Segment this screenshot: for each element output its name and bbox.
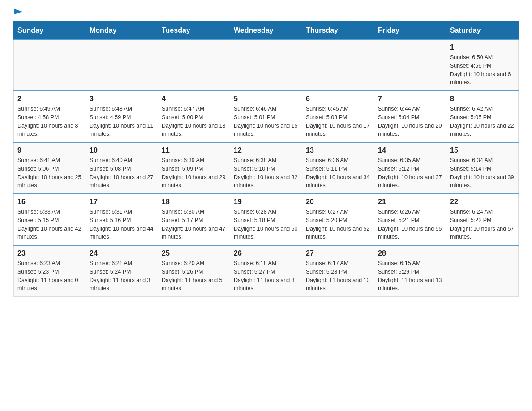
- day-info: Sunrise: 6:20 AMSunset: 5:26 PMDaylight:…: [162, 259, 226, 293]
- day-number: 9: [17, 146, 82, 154]
- calendar-body: 1Sunrise: 6:50 AMSunset: 4:56 PMDaylight…: [14, 39, 519, 297]
- calendar-cell: [14, 39, 86, 91]
- calendar-cell: 11Sunrise: 6:39 AMSunset: 5:09 PMDayligh…: [158, 142, 230, 194]
- calendar-cell: 9Sunrise: 6:41 AMSunset: 5:06 PMDaylight…: [14, 142, 86, 194]
- calendar-cell: 5Sunrise: 6:46 AMSunset: 5:01 PMDaylight…: [230, 91, 302, 142]
- calendar-header: SundayMondayTuesdayWednesdayThursdayFrid…: [14, 22, 519, 40]
- day-number: 11: [162, 146, 226, 154]
- logo-flag-icon: [14, 9, 22, 17]
- day-info: Sunrise: 6:47 AMSunset: 5:00 PMDaylight:…: [162, 105, 226, 138]
- calendar-cell: 18Sunrise: 6:30 AMSunset: 5:17 PMDayligh…: [158, 194, 230, 245]
- calendar-cell: 14Sunrise: 6:35 AMSunset: 5:12 PMDayligh…: [374, 142, 446, 194]
- calendar-cell: 15Sunrise: 6:34 AMSunset: 5:14 PMDayligh…: [446, 142, 519, 194]
- calendar-cell: [302, 39, 374, 91]
- calendar-cell: 20Sunrise: 6:27 AMSunset: 5:20 PMDayligh…: [302, 194, 374, 245]
- calendar-cell: 10Sunrise: 6:40 AMSunset: 5:08 PMDayligh…: [86, 142, 158, 194]
- calendar-cell: 4Sunrise: 6:47 AMSunset: 5:00 PMDaylight…: [158, 91, 230, 142]
- day-info: Sunrise: 6:38 AMSunset: 5:10 PMDaylight:…: [234, 156, 298, 190]
- day-info: Sunrise: 6:39 AMSunset: 5:09 PMDaylight:…: [162, 156, 226, 190]
- calendar-cell: [86, 39, 158, 91]
- calendar-cell: [446, 245, 519, 297]
- day-number: 22: [450, 198, 515, 206]
- day-number: 17: [90, 198, 154, 206]
- day-number: 19: [234, 198, 298, 206]
- calendar-cell: 28Sunrise: 6:15 AMSunset: 5:29 PMDayligh…: [374, 245, 446, 297]
- day-number: 5: [234, 95, 298, 103]
- weekday-header-thursday: Thursday: [302, 22, 374, 40]
- day-number: 14: [378, 146, 442, 154]
- day-number: 27: [306, 249, 370, 257]
- calendar-cell: 7Sunrise: 6:44 AMSunset: 5:04 PMDaylight…: [374, 91, 446, 142]
- day-number: 10: [90, 146, 154, 154]
- day-info: Sunrise: 6:33 AMSunset: 5:15 PMDaylight:…: [17, 208, 82, 241]
- day-info: Sunrise: 6:36 AMSunset: 5:11 PMDaylight:…: [306, 156, 370, 190]
- day-info: Sunrise: 6:26 AMSunset: 5:21 PMDaylight:…: [378, 208, 442, 241]
- calendar-cell: 12Sunrise: 6:38 AMSunset: 5:10 PMDayligh…: [230, 142, 302, 194]
- calendar-cell: 3Sunrise: 6:48 AMSunset: 4:59 PMDaylight…: [86, 91, 158, 142]
- logo: [13, 9, 22, 17]
- day-info: Sunrise: 6:46 AMSunset: 5:01 PMDaylight:…: [234, 105, 298, 138]
- day-info: Sunrise: 6:41 AMSunset: 5:06 PMDaylight:…: [17, 156, 82, 190]
- day-info: Sunrise: 6:44 AMSunset: 5:04 PMDaylight:…: [378, 105, 442, 138]
- day-number: 21: [378, 198, 442, 206]
- day-number: 2: [17, 95, 82, 103]
- day-number: 7: [378, 95, 442, 103]
- day-info: Sunrise: 6:49 AMSunset: 4:58 PMDaylight:…: [17, 105, 82, 138]
- page-header: [13, 9, 519, 17]
- calendar-cell: 27Sunrise: 6:17 AMSunset: 5:28 PMDayligh…: [302, 245, 374, 297]
- day-info: Sunrise: 6:18 AMSunset: 5:27 PMDaylight:…: [234, 259, 298, 293]
- day-number: 6: [306, 95, 370, 103]
- calendar-week-row: 23Sunrise: 6:23 AMSunset: 5:23 PMDayligh…: [14, 245, 519, 297]
- day-number: 3: [90, 95, 154, 103]
- svg-marker-0: [14, 9, 22, 14]
- calendar-week-row: 1Sunrise: 6:50 AMSunset: 4:56 PMDaylight…: [14, 39, 519, 91]
- day-info: Sunrise: 6:31 AMSunset: 5:16 PMDaylight:…: [90, 208, 154, 241]
- day-number: 26: [234, 249, 298, 257]
- day-number: 28: [378, 249, 442, 257]
- day-number: 4: [162, 95, 226, 103]
- day-info: Sunrise: 6:23 AMSunset: 5:23 PMDaylight:…: [17, 259, 82, 293]
- calendar-cell: 17Sunrise: 6:31 AMSunset: 5:16 PMDayligh…: [86, 194, 158, 245]
- weekday-header-sunday: Sunday: [14, 22, 86, 40]
- day-info: Sunrise: 6:42 AMSunset: 5:05 PMDaylight:…: [450, 105, 515, 138]
- calendar-cell: 2Sunrise: 6:49 AMSunset: 4:58 PMDaylight…: [14, 91, 86, 142]
- day-info: Sunrise: 6:15 AMSunset: 5:29 PMDaylight:…: [378, 259, 442, 293]
- weekday-header-friday: Friday: [374, 22, 446, 40]
- calendar-cell: [158, 39, 230, 91]
- calendar-cell: 13Sunrise: 6:36 AMSunset: 5:11 PMDayligh…: [302, 142, 374, 194]
- calendar-week-row: 16Sunrise: 6:33 AMSunset: 5:15 PMDayligh…: [14, 194, 519, 245]
- day-number: 16: [17, 198, 82, 206]
- weekday-header-saturday: Saturday: [446, 22, 519, 40]
- day-info: Sunrise: 6:40 AMSunset: 5:08 PMDaylight:…: [90, 156, 154, 190]
- day-number: 24: [90, 249, 154, 257]
- day-number: 13: [306, 146, 370, 154]
- day-info: Sunrise: 6:17 AMSunset: 5:28 PMDaylight:…: [306, 259, 370, 293]
- calendar-cell: 23Sunrise: 6:23 AMSunset: 5:23 PMDayligh…: [14, 245, 86, 297]
- day-info: Sunrise: 6:35 AMSunset: 5:12 PMDaylight:…: [378, 156, 442, 190]
- calendar-table: SundayMondayTuesdayWednesdayThursdayFrid…: [13, 21, 519, 297]
- calendar-cell: [374, 39, 446, 91]
- calendar-cell: 1Sunrise: 6:50 AMSunset: 4:56 PMDaylight…: [446, 39, 519, 91]
- day-number: 8: [450, 95, 515, 103]
- day-info: Sunrise: 6:27 AMSunset: 5:20 PMDaylight:…: [306, 208, 370, 241]
- calendar-cell: 8Sunrise: 6:42 AMSunset: 5:05 PMDaylight…: [446, 91, 519, 142]
- calendar-cell: 26Sunrise: 6:18 AMSunset: 5:27 PMDayligh…: [230, 245, 302, 297]
- weekday-header-row: SundayMondayTuesdayWednesdayThursdayFrid…: [14, 22, 519, 40]
- day-info: Sunrise: 6:50 AMSunset: 4:56 PMDaylight:…: [450, 53, 515, 87]
- weekday-header-tuesday: Tuesday: [158, 22, 230, 40]
- day-number: 1: [450, 43, 515, 51]
- calendar-cell: 21Sunrise: 6:26 AMSunset: 5:21 PMDayligh…: [374, 194, 446, 245]
- day-info: Sunrise: 6:34 AMSunset: 5:14 PMDaylight:…: [450, 156, 515, 190]
- calendar-cell: 16Sunrise: 6:33 AMSunset: 5:15 PMDayligh…: [14, 194, 86, 245]
- day-info: Sunrise: 6:48 AMSunset: 4:59 PMDaylight:…: [90, 105, 154, 138]
- day-number: 18: [162, 198, 226, 206]
- calendar-week-row: 9Sunrise: 6:41 AMSunset: 5:06 PMDaylight…: [14, 142, 519, 194]
- calendar-cell: 19Sunrise: 6:28 AMSunset: 5:18 PMDayligh…: [230, 194, 302, 245]
- day-number: 20: [306, 198, 370, 206]
- calendar-cell: [230, 39, 302, 91]
- day-number: 15: [450, 146, 515, 154]
- day-number: 23: [17, 249, 82, 257]
- day-info: Sunrise: 6:28 AMSunset: 5:18 PMDaylight:…: [234, 208, 298, 241]
- day-info: Sunrise: 6:45 AMSunset: 5:03 PMDaylight:…: [306, 105, 370, 138]
- weekday-header-monday: Monday: [86, 22, 158, 40]
